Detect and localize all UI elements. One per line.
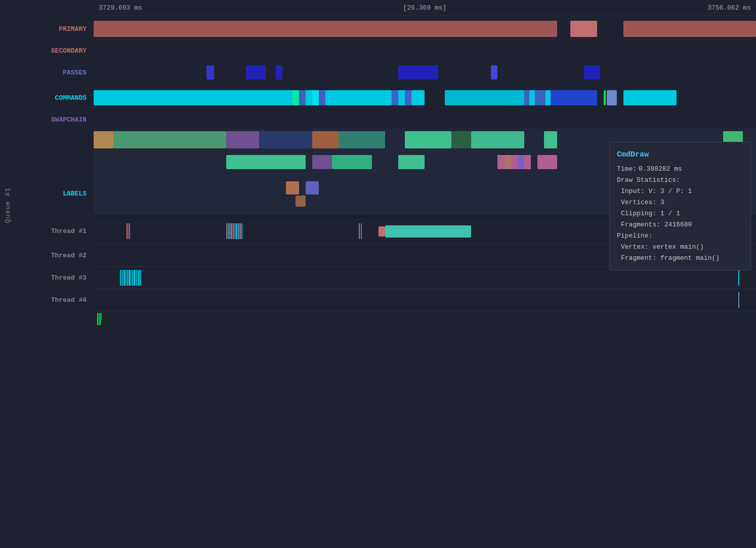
- row-label-extra: [0, 311, 94, 326]
- tooltip-clipping-val: Clipping: 1 / 1: [621, 208, 680, 219]
- thread3-ticks: [120, 270, 141, 285]
- tooltip-time-row: Time: 0.388282 ms: [617, 164, 743, 175]
- thread1-bar1[interactable]: [379, 226, 385, 237]
- row-label-data2: [0, 151, 94, 173]
- row-label-thread2: Thread #2: [0, 244, 94, 266]
- bar-cmd-green[interactable]: [604, 90, 606, 105]
- bar-passes-2[interactable]: [246, 65, 266, 80]
- row-label-thread3: Thread #3: [0, 266, 94, 289]
- tooltip-fragments-val: Fragments: 2416680: [621, 219, 692, 230]
- thread1-ticks1: [127, 223, 137, 239]
- data2-bar1[interactable]: [226, 155, 306, 169]
- row-label-primary: PRIMARY: [0, 16, 94, 42]
- bar-passes-3[interactable]: [276, 65, 282, 80]
- row-label-passes: PASSES: [0, 60, 94, 85]
- bottom-ticks: [97, 313, 102, 325]
- data1-bar6[interactable]: [339, 131, 385, 148]
- track-swapchain: [94, 110, 756, 129]
- bar-cmd-7[interactable]: [623, 90, 677, 105]
- bar-passes-5[interactable]: [491, 65, 497, 80]
- track-primary: [94, 16, 756, 42]
- row-label-swapchain: SWAPCHAIN: [0, 110, 94, 129]
- bar-cmd-2[interactable]: [325, 90, 392, 105]
- time-right: 3756.062 ms: [707, 4, 751, 12]
- time-center: [26.369 ms]: [403, 4, 447, 12]
- bar-passes-1[interactable]: [206, 65, 215, 80]
- track-passes: [94, 60, 756, 85]
- data2-bar5[interactable]: [537, 155, 557, 169]
- time-left: 3729.693 ms: [99, 4, 142, 12]
- tooltip: CmdDraw Time: 0.388282 ms Draw Statistic…: [609, 142, 751, 270]
- tooltip-clipping-row: Clipping: 1 / 1: [617, 208, 743, 219]
- label-bar1[interactable]: [286, 181, 299, 194]
- bar-cmd-dense2[interactable]: [392, 90, 411, 105]
- data2-dense[interactable]: [497, 155, 530, 169]
- thread4-tick: [738, 292, 739, 307]
- data1-bar1[interactable]: [94, 131, 113, 148]
- tooltip-drawstats-key: Draw Statistics:: [617, 175, 680, 186]
- thread3-tick-right: [738, 270, 739, 285]
- row-commands: [94, 85, 756, 110]
- bar-primary-sm2[interactable]: [623, 21, 756, 37]
- bar-cmd-6[interactable]: [607, 90, 617, 105]
- row-swapchain: [94, 110, 756, 129]
- data1-bar2[interactable]: [113, 131, 226, 148]
- data1-bar8[interactable]: [451, 131, 471, 148]
- row-secondary: [94, 42, 756, 60]
- data1-bar9[interactable]: [471, 131, 524, 148]
- tooltip-title: CmdDraw: [617, 148, 743, 162]
- tooltip-vertices-row: Vertices: 3: [617, 197, 743, 208]
- bar-passes-4[interactable]: [398, 65, 438, 80]
- tooltip-vertices-val: Vertices: 3: [621, 197, 664, 208]
- bar-cmd-dense[interactable]: [292, 90, 325, 105]
- tooltip-pipeline-row: Pipeline:: [617, 230, 743, 242]
- time-header: 3729.693 ms [26.369 ms] 3756.062 ms: [94, 0, 756, 16]
- bar-cmd-3[interactable]: [411, 90, 425, 105]
- tooltip-pipeline-key: Pipeline:: [617, 230, 652, 242]
- tooltip-time-key: Time:: [617, 164, 637, 175]
- row-primary: [94, 16, 756, 42]
- bar-primary-main[interactable]: [94, 21, 557, 37]
- data1-bar10[interactable]: [544, 131, 557, 148]
- thread1-ticks3: [359, 223, 362, 239]
- row-label-thread4: Thread #4: [0, 289, 94, 311]
- data2-bar3[interactable]: [332, 155, 372, 169]
- bar-primary-sm1[interactable]: [570, 21, 597, 37]
- tooltip-fragments-row: Fragments: 2416680: [617, 219, 743, 230]
- row-label-thread1: Thread #1: [0, 218, 94, 244]
- data2-bar2[interactable]: [312, 155, 332, 169]
- tooltip-drawstats-row: Draw Statistics:: [617, 175, 743, 186]
- data1-bar7[interactable]: [405, 131, 451, 148]
- row-label-commands: COMMANDS: [0, 85, 94, 110]
- thread1-ticks2: [226, 223, 346, 239]
- timeline-rows: [94, 16, 756, 548]
- bar-cmd-dense3[interactable]: [524, 90, 551, 105]
- row-label-labels: LABELS: [0, 173, 94, 214]
- row-label-data1: [0, 129, 94, 151]
- bar-cmd-1[interactable]: [94, 90, 292, 105]
- label-bar3[interactable]: [296, 195, 306, 207]
- thread1-bar2[interactable]: [385, 225, 471, 238]
- data2-bar4[interactable]: [398, 155, 425, 169]
- bar-passes-6[interactable]: [584, 65, 601, 80]
- data1-bar4[interactable]: [259, 131, 312, 148]
- tooltip-input-val: Input: V: 3 / P: 1: [621, 186, 692, 197]
- tooltip-vertex-row: Vertex: vertex main(): [617, 242, 743, 253]
- left-label-column: Queue #1 PRIMARY SECONDARY PASSES COMMAN…: [0, 0, 94, 548]
- data1-bar3[interactable]: [226, 131, 259, 148]
- row-passes: [94, 60, 756, 85]
- track-secondary: [94, 42, 756, 60]
- row-thread4: [94, 289, 756, 311]
- row-bottom: [94, 311, 756, 327]
- tooltip-vertex-val: Vertex: vertex main(): [621, 242, 704, 253]
- track-thread4: [94, 289, 756, 311]
- tooltip-time-val: 0.388282 ms: [639, 164, 682, 175]
- tooltip-fragment-val: Fragment: fragment main(): [621, 253, 720, 264]
- bar-cmd-5[interactable]: [551, 90, 597, 105]
- timeline-container: Queue #1 PRIMARY SECONDARY PASSES COMMAN…: [0, 0, 756, 548]
- right-content: 3729.693 ms [26.369 ms] 3756.062 ms: [94, 0, 756, 548]
- data1-bar5[interactable]: [312, 131, 339, 148]
- bar-cmd-4[interactable]: [445, 90, 524, 105]
- label-bar2[interactable]: [306, 181, 319, 194]
- track-commands: [94, 85, 756, 110]
